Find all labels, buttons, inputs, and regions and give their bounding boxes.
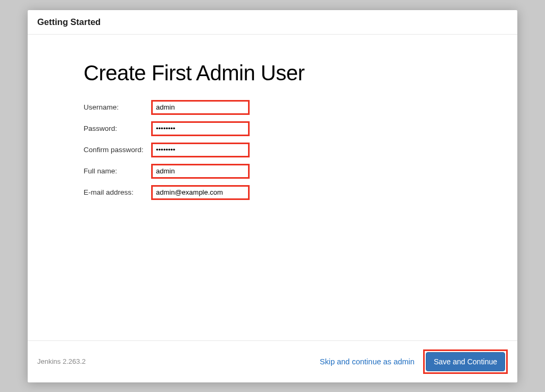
page-title: Create First Admin User: [84, 61, 517, 85]
version-text: Jenkins 2.263.2: [37, 357, 320, 365]
footer-actions: Skip and continue as admin Save and Cont…: [320, 349, 508, 374]
form-row-username: Username:: [84, 100, 517, 115]
confirm-password-input[interactable]: [156, 146, 245, 154]
password-label: Password:: [84, 124, 151, 132]
skip-link[interactable]: Skip and continue as admin: [320, 357, 415, 366]
username-label: Username:: [84, 103, 151, 111]
form-row-password: Password:: [84, 121, 517, 136]
email-input[interactable]: [156, 188, 245, 196]
setup-wizard-modal: Getting Started Create First Admin User …: [28, 10, 517, 382]
email-input-highlight: [151, 185, 250, 200]
fullname-input-highlight: [151, 164, 250, 179]
confirm-password-input-highlight: [151, 143, 250, 157]
save-and-continue-button[interactable]: Save and Continue: [426, 352, 505, 371]
username-input-highlight: [151, 100, 250, 115]
fullname-input[interactable]: [156, 167, 245, 175]
modal-header: Getting Started: [28, 10, 517, 35]
password-input[interactable]: [156, 124, 245, 132]
save-button-highlight: Save and Continue: [423, 349, 508, 374]
modal-title: Getting Started: [37, 17, 508, 27]
fullname-label: Full name:: [84, 167, 151, 175]
modal-footer: Jenkins 2.263.2 Skip and continue as adm…: [28, 340, 517, 382]
form-row-fullname: Full name:: [84, 164, 517, 179]
username-input[interactable]: [156, 103, 245, 111]
modal-body: Create First Admin User Username: Passwo…: [28, 35, 517, 340]
password-input-highlight: [151, 121, 250, 136]
confirm-password-label: Confirm password:: [84, 146, 151, 154]
form-row-email: E-mail address:: [84, 185, 517, 200]
email-label: E-mail address:: [84, 188, 151, 196]
form-row-confirm-password: Confirm password:: [84, 143, 517, 157]
